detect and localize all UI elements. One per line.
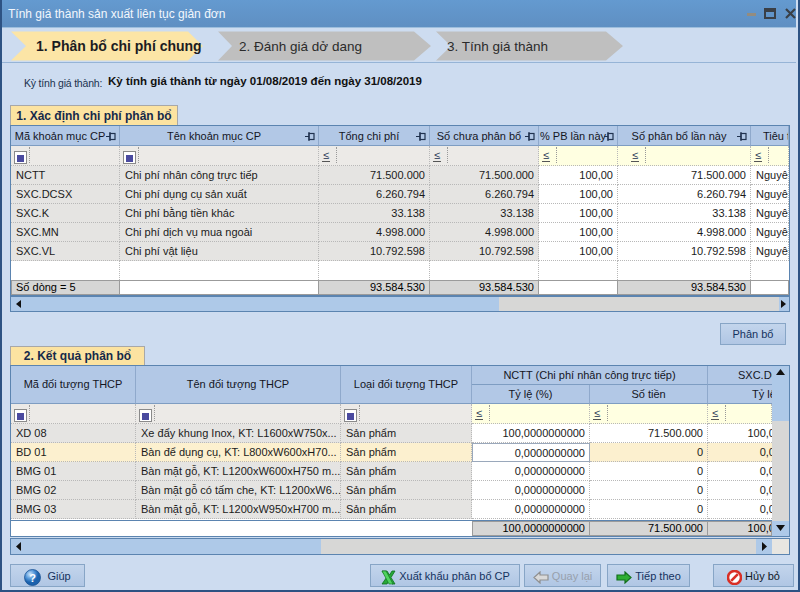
svg-text:?: ? [29, 571, 36, 583]
